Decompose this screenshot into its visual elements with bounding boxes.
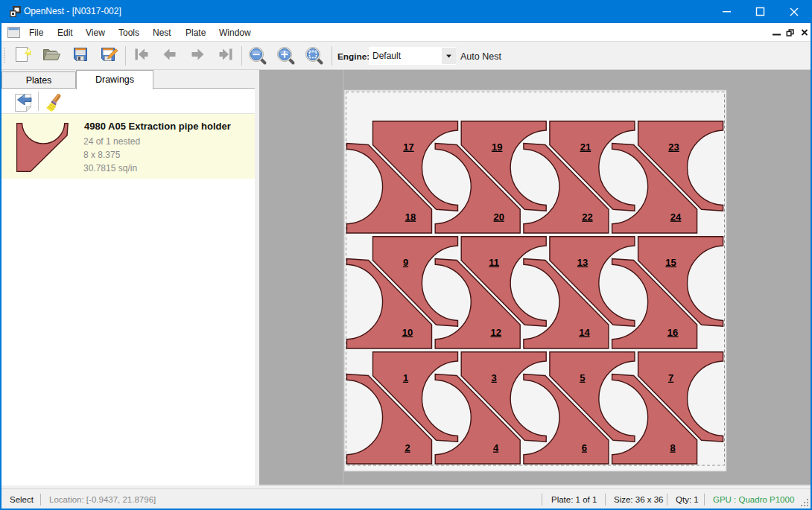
svg-text:5: 5	[580, 372, 585, 383]
svg-text:23: 23	[668, 141, 679, 153]
svg-text:18: 18	[405, 211, 416, 223]
svg-text:22: 22	[582, 211, 592, 223]
svg-text:14: 14	[579, 327, 590, 338]
svg-text:9: 9	[403, 257, 408, 268]
svg-text:2: 2	[405, 442, 410, 453]
svg-text:16: 16	[667, 327, 678, 338]
svg-text:11: 11	[489, 257, 499, 268]
svg-text:15: 15	[665, 257, 676, 268]
svg-text:7: 7	[668, 372, 673, 383]
svg-text:6: 6	[582, 442, 587, 453]
svg-text:24: 24	[670, 211, 682, 223]
svg-text:4: 4	[493, 442, 499, 453]
svg-text:21: 21	[580, 141, 591, 153]
svg-text:1: 1	[403, 372, 408, 383]
svg-text:8: 8	[670, 442, 675, 453]
svg-text:19: 19	[492, 141, 502, 153]
svg-text:3: 3	[492, 372, 497, 383]
svg-text:13: 13	[577, 257, 588, 268]
svg-text:10: 10	[402, 327, 413, 338]
svg-text:20: 20	[493, 211, 504, 223]
svg-text:12: 12	[490, 327, 501, 338]
svg-text:17: 17	[403, 141, 413, 153]
